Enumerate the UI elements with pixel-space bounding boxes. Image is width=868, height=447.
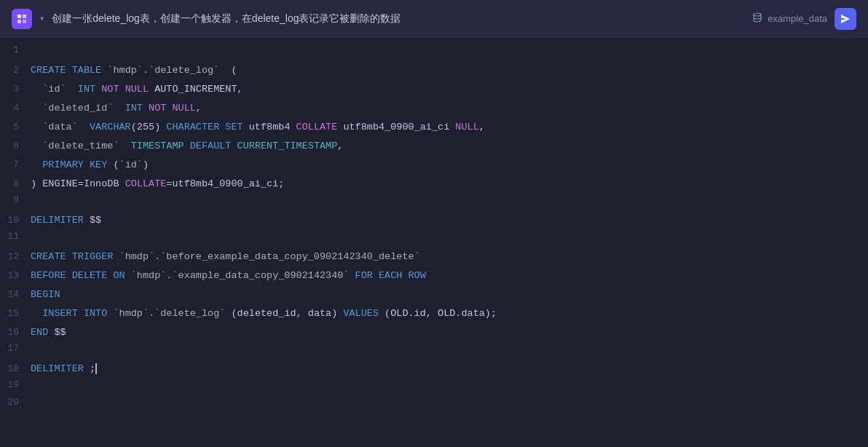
line-number: 5 [0,122,31,132]
line-content: `delete_time` TIMESTAMP DEFAULT CURRENT_… [31,138,343,155]
table-row: 17 [0,342,868,360]
line-number: 17 [0,343,31,354]
line-content: CREATE TRIGGER `hmdp`.`before_example_da… [31,248,420,266]
line-number: 11 [0,231,31,242]
table-row: 20 [0,396,868,414]
topbar: ▾ 创建一张delete_log表，创建一个触发器，在delete_log表记录… [0,0,868,38]
line-content: INSERT INTO `hmdp`.`delete_log` (deleted… [31,305,497,323]
line-content: PRIMARY KEY (`id`) [31,157,149,174]
line-content: CREATE TABLE `hmdp`.`delete_log` ( [31,62,237,79]
line-number: 18 [0,363,31,374]
line-content: `id` INT NOT NULL AUTO_INCREMENT, [31,81,243,98]
line-content: DELIMITER ; [31,360,97,378]
line-number: 7 [0,159,31,170]
line-number: 9 [0,194,31,205]
topbar-title: 创建一张delete_log表，创建一个触发器，在delete_log表记录它被… [52,12,401,25]
line-number: 15 [0,308,31,319]
table-row: 6 `delete_time` TIMESTAMP DEFAULT CURREN… [0,137,868,156]
line-number: 3 [0,84,31,95]
table-row: 10 DELIMITER $$ [0,211,868,230]
line-content: BEFORE DELETE ON `hmdp`.`example_data_co… [31,267,426,285]
line-content: END $$ [31,324,66,341]
line-number: 1 [0,44,31,55]
topbar-right: example_data [751,8,856,30]
line-number: 20 [0,397,31,408]
table-row: 4 `deleted_id` INT NOT NULL, [0,99,868,118]
line-number: 14 [0,289,31,300]
table-row: 1 [0,44,868,61]
line-number: 8 [0,178,31,189]
line-number: 16 [0,327,31,338]
line-number: 4 [0,103,31,114]
code-editor[interactable]: 1 2 CREATE TABLE `hmdp`.`delete_log` ( 3… [0,38,868,447]
line-number: 12 [0,251,31,262]
table-row: 2 CREATE TABLE `hmdp`.`delete_log` ( [0,61,868,80]
db-name: example_data [768,13,827,24]
svg-rect-0 [17,15,21,18]
table-row: 19 [0,379,868,396]
table-row: 8 ) ENGINE=InnoDB COLLATE=utf8mb4_0900_a… [0,175,868,194]
svg-rect-2 [17,20,21,23]
app-icon [12,9,32,29]
line-content: BEGIN [31,286,60,304]
table-row: 16 END $$ [0,323,868,342]
db-indicator: example_data [751,12,827,25]
topbar-left: ▾ 创建一张delete_log表，创建一个触发器，在delete_log表记录… [12,9,401,29]
svg-rect-1 [23,15,26,18]
database-icon [751,12,763,25]
svg-point-4 [754,13,761,16]
chevron-down-icon[interactable]: ▾ [39,13,44,24]
send-button[interactable] [835,8,856,30]
svg-rect-3 [23,20,26,23]
table-row: 12 CREATE TRIGGER `hmdp`.`before_example… [0,248,868,266]
line-content: DELIMITER $$ [31,212,101,229]
table-row: 15 INSERT INTO `hmdp`.`delete_log` (dele… [0,304,868,323]
table-row: 5 `data` VARCHAR(255) CHARACTER SET utf8… [0,118,868,137]
table-row: 11 [0,230,868,248]
line-content: ) ENGINE=InnoDB COLLATE=utf8mb4_0900_ai_… [31,175,284,193]
line-number: 10 [0,215,31,226]
line-number: 13 [0,270,31,281]
line-number: 6 [0,141,31,151]
line-number: 2 [0,65,31,76]
line-content: `deleted_id` INT NOT NULL, [31,100,202,117]
line-number: 19 [0,379,31,390]
table-row: 9 [0,194,868,211]
table-row: 14 BEGIN [0,285,868,304]
table-row: 18 DELIMITER ; [0,360,868,379]
line-content: `data` VARCHAR(255) CHARACTER SET utf8mb… [31,119,485,136]
table-row: 13 BEFORE DELETE ON `hmdp`.`example_data… [0,266,868,285]
table-row: 3 `id` INT NOT NULL AUTO_INCREMENT, [0,80,868,99]
table-row: 7 PRIMARY KEY (`id`) [0,156,868,175]
